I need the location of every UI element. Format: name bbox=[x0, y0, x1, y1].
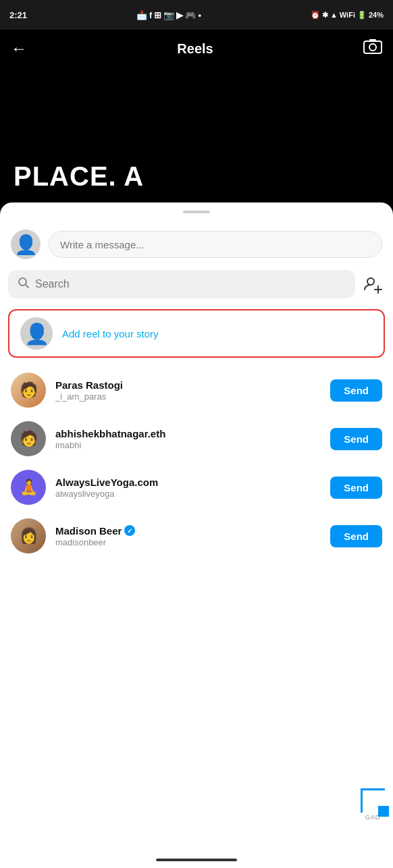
reel-background: PLACE. A bbox=[0, 67, 393, 202]
contact-handle-madison: madisonbeer bbox=[55, 537, 321, 547]
contact-handle-paras: _i_am_paras bbox=[55, 391, 321, 402]
home-bar bbox=[156, 859, 237, 861]
add-to-story-option[interactable]: 👤 Add reel to your story bbox=[8, 309, 385, 358]
message-input[interactable] bbox=[49, 231, 382, 258]
contact-info-yoga: AlwaysLiveYoga.com alwaysliveyoga bbox=[55, 477, 321, 499]
contact-name-abhi: abhishekbhatnagar.eth bbox=[55, 428, 321, 439]
svg-rect-0 bbox=[364, 41, 382, 53]
send-button-yoga[interactable]: Send bbox=[330, 477, 382, 499]
contact-info-madison: Madison Beer ✓ madisonbeer bbox=[55, 525, 321, 547]
contact-handle-abhi: imabhi bbox=[55, 440, 321, 450]
page-title: Reels bbox=[177, 41, 213, 57]
top-nav: ← Reels bbox=[0, 30, 393, 67]
contact-row: 🧑 abhishekbhatnagar.eth imabhi Send bbox=[0, 414, 393, 463]
contact-info-paras: Paras Rastogi _i_am_paras bbox=[55, 379, 321, 402]
bottom-sheet: 👤 👤 Add reel to y bbox=[0, 202, 393, 868]
search-icon bbox=[18, 277, 30, 292]
status-time: 2:21 bbox=[9, 10, 27, 20]
send-button-abhi[interactable]: Send bbox=[330, 428, 382, 450]
svg-point-1 bbox=[369, 44, 376, 51]
contact-avatar-paras: 🧑 bbox=[11, 373, 46, 408]
contact-row: 👩 Madison Beer ✓ madisonbeer Send bbox=[0, 512, 393, 560]
contact-info-abhi: abhishekbhatnagar.eth imabhi bbox=[55, 428, 321, 450]
contact-list: 🧑 Paras Rastogi _i_am_paras Send 🧑 abhis… bbox=[0, 363, 393, 563]
story-avatar-icon: 👤 bbox=[24, 322, 49, 346]
svg-line-4 bbox=[26, 285, 29, 288]
contact-avatar-abhi: 🧑 bbox=[11, 421, 46, 456]
add-story-label: Add reel to your story bbox=[62, 328, 159, 340]
back-button[interactable]: ← bbox=[11, 39, 27, 58]
drag-handle[interactable] bbox=[183, 211, 210, 213]
add-people-button[interactable] bbox=[361, 272, 385, 296]
status-bar: 2:21 📩 f ⊞ 📷 ▶ 🎮 • ⏰ ✱ ▲ WiFi 🔋 24% bbox=[0, 0, 393, 30]
contact-avatar-madison: 👩 bbox=[11, 518, 46, 553]
svg-point-5 bbox=[367, 278, 374, 285]
search-box[interactable] bbox=[8, 270, 355, 298]
contact-avatar-yoga: 🧘 bbox=[11, 470, 46, 505]
verified-badge-icon: ✓ bbox=[124, 525, 135, 536]
search-input[interactable] bbox=[35, 278, 346, 290]
svg-rect-2 bbox=[369, 39, 376, 42]
user-avatar: 👤 bbox=[11, 229, 41, 259]
status-right-icons: ⏰ ✱ ▲ WiFi 🔋 24% bbox=[311, 11, 384, 20]
reel-title: PLACE. A bbox=[14, 161, 144, 192]
message-row: 👤 bbox=[0, 224, 393, 267]
send-button-madison[interactable]: Send bbox=[330, 525, 382, 547]
contact-name-paras: Paras Rastogi bbox=[55, 379, 321, 391]
search-row bbox=[0, 267, 393, 306]
contact-handle-yoga: alwaysliveyoga bbox=[55, 489, 321, 499]
send-button-paras[interactable]: Send bbox=[330, 379, 382, 402]
status-icons: 📩 f ⊞ 📷 ▶ 🎮 • bbox=[136, 10, 201, 20]
contact-row: 🧑 Paras Rastogi _i_am_paras Send bbox=[0, 366, 393, 414]
user-avatar-icon: 👤 bbox=[14, 234, 38, 256]
contact-name-yoga: AlwaysLiveYoga.com bbox=[55, 477, 321, 488]
contact-name-madison: Madison Beer ✓ bbox=[55, 525, 321, 537]
contact-row: 🧘 AlwaysLiveYoga.com alwaysliveyoga Send bbox=[0, 463, 393, 512]
watermark: GAD bbox=[361, 788, 385, 821]
camera-button[interactable] bbox=[363, 38, 382, 59]
story-avatar: 👤 bbox=[20, 317, 53, 350]
